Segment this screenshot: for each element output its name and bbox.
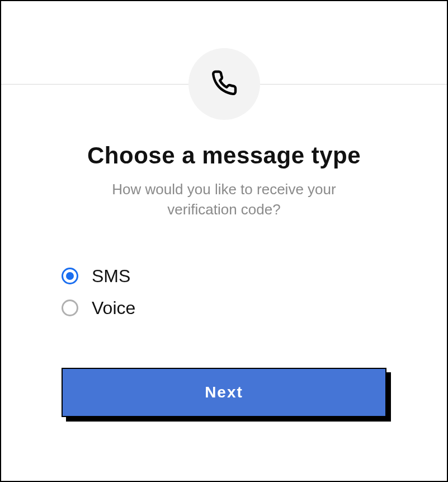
- phone-icon-circle: [188, 48, 260, 120]
- button-container: Next: [62, 368, 386, 417]
- page-subtitle: How would you like to receive your verif…: [79, 179, 370, 220]
- next-button[interactable]: Next: [62, 368, 386, 417]
- radio-sms[interactable]: [62, 268, 78, 284]
- option-label-sms: SMS: [92, 266, 130, 287]
- page-title: Choose a message type: [87, 142, 361, 169]
- radio-voice[interactable]: [62, 300, 78, 316]
- option-label-voice: Voice: [92, 298, 135, 319]
- main-content: Choose a message type How would you like…: [1, 142, 447, 417]
- phone-icon: [211, 69, 238, 99]
- option-sms[interactable]: SMS: [62, 266, 386, 287]
- option-voice[interactable]: Voice: [62, 298, 386, 319]
- options-group: SMS Voice: [62, 266, 386, 319]
